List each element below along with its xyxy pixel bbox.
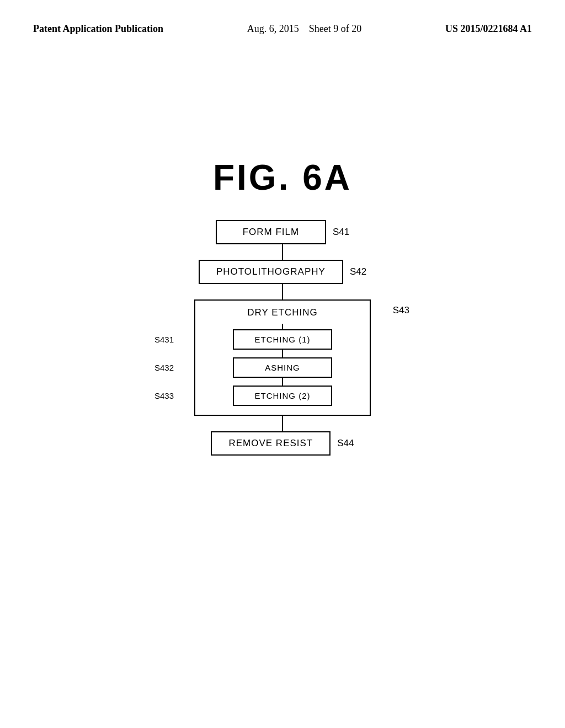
form-film-box: FORM FILM <box>216 220 326 244</box>
s42-label: S42 <box>350 266 366 277</box>
s433-label: S433 <box>154 391 174 400</box>
remove-resist-box: REMOVE RESIST <box>211 431 331 456</box>
sub-step-s431: S431 ETCHING (1) <box>204 329 361 350</box>
step-s44: REMOVE RESIST S44 <box>211 431 354 456</box>
publication-date: Aug. 6, 2015 <box>247 23 299 34</box>
step-s41: FORM FILM S41 <box>216 220 349 244</box>
photolithography-box: PHOTOLITHOGRAPHY <box>199 260 343 284</box>
dry-etching-group-wrapper: DRY ETCHING S431 ETCHING (1) S432 ASHING… <box>194 299 371 416</box>
sheet-info: Sheet 9 of 20 <box>309 23 361 34</box>
s44-label: S44 <box>337 438 354 449</box>
figure-title: FIG. 6A <box>0 157 565 198</box>
etching1-box: ETCHING (1) <box>233 329 332 350</box>
s431-label: S431 <box>154 335 174 344</box>
date-sheet-label: Aug. 6, 2015 Sheet 9 of 20 <box>247 22 361 36</box>
dry-etching-title: DRY ETCHING <box>204 307 361 318</box>
s43-tag: S43 <box>393 305 409 316</box>
s41-label: S41 <box>333 227 349 238</box>
flowchart: FORM FILM S41 PHOTOLITHOGRAPHY S42 DRY E… <box>0 220 565 456</box>
sub-step-s432: S432 ASHING <box>204 357 361 378</box>
patent-number: US 2015/0221684 A1 <box>445 22 532 36</box>
page-header: Patent Application Publication Aug. 6, 2… <box>0 0 565 36</box>
sub-step-s433: S433 ETCHING (2) <box>204 386 361 406</box>
s432-label: S432 <box>154 363 174 372</box>
step-s42: PHOTOLITHOGRAPHY S42 <box>199 260 366 284</box>
etching2-box: ETCHING (2) <box>233 386 332 406</box>
publication-label: Patent Application Publication <box>33 22 163 36</box>
dry-etching-group: DRY ETCHING S431 ETCHING (1) S432 ASHING… <box>194 299 371 416</box>
ashing-box: ASHING <box>233 357 332 378</box>
